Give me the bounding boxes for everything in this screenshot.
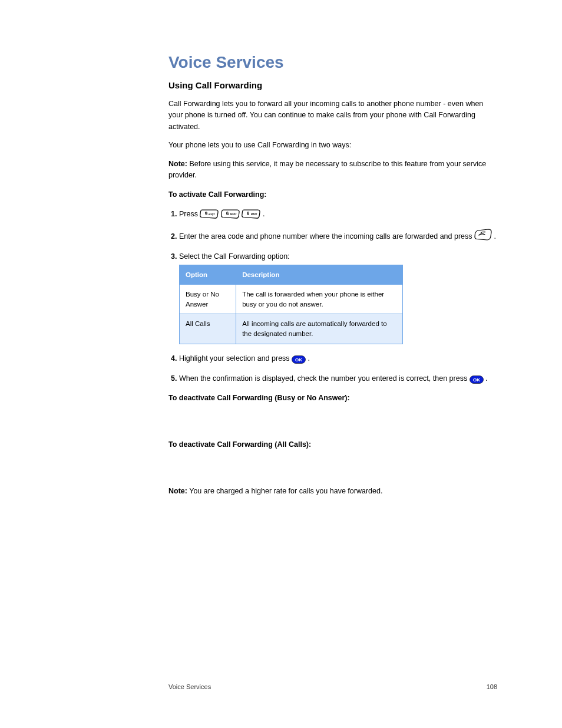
svg-text:OK: OK — [473, 377, 480, 383]
talk-key-icon — [474, 228, 492, 241]
step-5-prefix: When the confirmation is displayed, chec… — [179, 374, 470, 383]
key-9-icon: 9 wxyz — [200, 208, 219, 219]
svg-text:MNO: MNO — [251, 212, 257, 216]
forwarding-options-table: Option Description Busy or No Answer The… — [179, 265, 403, 344]
cell-option-1: Busy or No Answer — [180, 285, 236, 314]
table-row: Busy or No Answer The call is forwarded … — [180, 285, 403, 314]
key-6b-icon: 6 MNO — [242, 208, 260, 219]
intro-paragraph: Call Forwarding lets you to forward all … — [168, 98, 497, 133]
footer-section: Voice Services — [168, 683, 211, 690]
deactivate-busy-heading: To deactivate Call Forwarding (Busy or N… — [168, 393, 497, 404]
th-description: Description — [236, 265, 403, 284]
svg-text:OK: OK — [295, 357, 302, 363]
activate-steps: Press 9 wxyz 6 MNO 6 MNO — [168, 208, 497, 384]
step-1-suffix: . — [263, 210, 265, 218]
cell-desc-2: All incoming calls are automatically for… — [236, 314, 403, 344]
step-4-suffix: . — [308, 354, 310, 363]
svg-text:MNO: MNO — [230, 212, 237, 216]
svg-point-8 — [484, 231, 485, 232]
page-title: Voice Services — [168, 53, 497, 72]
note-label: Note: — [168, 487, 187, 495]
charge-note-text: You are charged a higher rate for calls … — [189, 487, 382, 495]
page-footer: Voice Services 108 — [0, 683, 562, 690]
cell-option-2: All Calls — [180, 314, 236, 344]
manual-page: Voice Services Using Call Forwarding Cal… — [0, 0, 562, 728]
activate-heading: To activate Call Forwarding: — [168, 189, 497, 200]
charge-note: Note: You are charged a higher rate for … — [168, 486, 497, 497]
step-1: Press 9 wxyz 6 MNO 6 MNO — [179, 208, 497, 220]
step-2: Enter the area code and phone number whe… — [179, 228, 497, 242]
table-row: All Calls All incoming calls are automat… — [180, 314, 403, 344]
step-3: Select the Call Forwarding option: Optio… — [179, 251, 497, 344]
step-3-text: Select the Call Forwarding option: — [179, 252, 290, 261]
step-4-prefix: Highlight your selection and press — [179, 354, 292, 363]
note-block: Note: Before using this service, it may … — [168, 159, 497, 182]
key-6-icon: 6 MNO — [221, 208, 240, 219]
step-1-prefix: Press — [179, 210, 200, 218]
ok-button-icon: OK — [292, 355, 306, 364]
step-4: Highlight your selection and press OK . — [179, 353, 497, 364]
note-text: Before using this service, it may be nec… — [168, 160, 486, 179]
section-title: Using Call Forwarding — [168, 80, 497, 90]
deactivate-all-heading: To deactivate Call Forwarding (All Calls… — [168, 439, 497, 450]
svg-text:wxyz: wxyz — [208, 212, 216, 216]
ok-button-icon: OK — [470, 375, 484, 384]
step-2-suffix: . — [494, 232, 495, 241]
step-5-suffix: . — [485, 374, 487, 383]
note-label: Note: — [168, 160, 187, 168]
usage-paragraph: Your phone lets you to use Call Forwardi… — [168, 140, 497, 151]
svg-point-7 — [482, 231, 484, 232]
cell-desc-1: The call is forwarded when your phone is… — [236, 285, 403, 314]
step-5: When the confirmation is displayed, chec… — [179, 373, 497, 384]
step-2-prefix: Enter the area code and phone number whe… — [179, 232, 474, 241]
footer-page-number: 108 — [487, 683, 497, 690]
svg-point-6 — [481, 232, 482, 233]
th-option: Option — [180, 265, 236, 284]
